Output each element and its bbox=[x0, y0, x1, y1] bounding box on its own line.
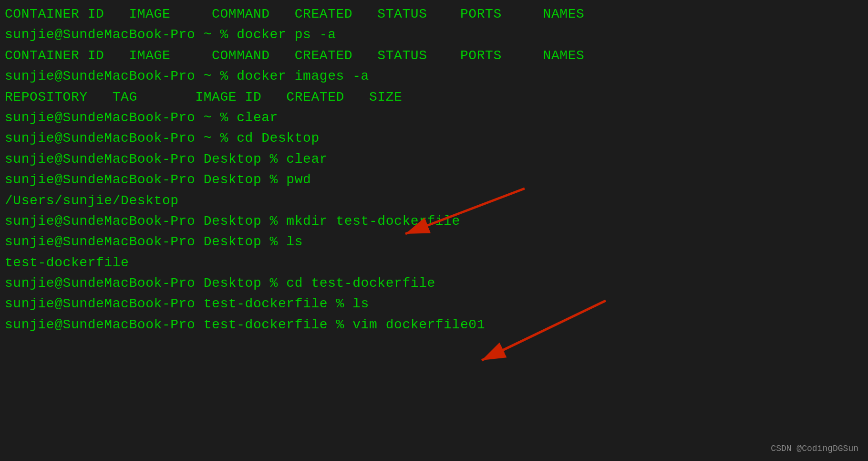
watermark: CSDN @CodingDGSun bbox=[771, 444, 858, 453]
terminal-line: /Users/sunjie/Desktop bbox=[5, 190, 863, 211]
terminal-line: sunjie@SundeMacBook-Pro Desktop % mkdir … bbox=[5, 211, 863, 231]
terminal-window: CONTAINER ID IMAGE COMMAND CREATED STATU… bbox=[0, 0, 868, 461]
terminal-line: sunjie@SundeMacBook-Pro Desktop % pwd bbox=[5, 169, 863, 190]
terminal-line: CONTAINER ID IMAGE COMMAND CREATED STATU… bbox=[5, 45, 863, 66]
terminal-line: sunjie@SundeMacBook-Pro ~ % docker ps -a bbox=[5, 24, 863, 45]
terminal-line: sunjie@SundeMacBook-Pro Desktop % clear bbox=[5, 149, 863, 169]
terminal-line: CONTAINER ID IMAGE COMMAND CREATED STATU… bbox=[5, 4, 863, 24]
terminal-line: test-dockerfile bbox=[5, 252, 863, 273]
terminal-line: sunjie@SundeMacBook-Pro ~ % clear bbox=[5, 107, 863, 128]
terminal-line: sunjie@SundeMacBook-Pro Desktop % cd tes… bbox=[5, 273, 863, 293]
terminal-output: CONTAINER ID IMAGE COMMAND CREATED STATU… bbox=[5, 4, 863, 335]
terminal-line: sunjie@SundeMacBook-Pro ~ % docker image… bbox=[5, 66, 863, 86]
terminal-line: sunjie@SundeMacBook-Pro test-dockerfile … bbox=[5, 314, 863, 335]
terminal-line: sunjie@SundeMacBook-Pro test-dockerfile … bbox=[5, 293, 863, 314]
terminal-line: sunjie@SundeMacBook-Pro Desktop % ls bbox=[5, 231, 863, 252]
terminal-line: sunjie@SundeMacBook-Pro ~ % cd Desktop bbox=[5, 128, 863, 148]
terminal-line: REPOSITORY TAG IMAGE ID CREATED SIZE bbox=[5, 87, 863, 107]
